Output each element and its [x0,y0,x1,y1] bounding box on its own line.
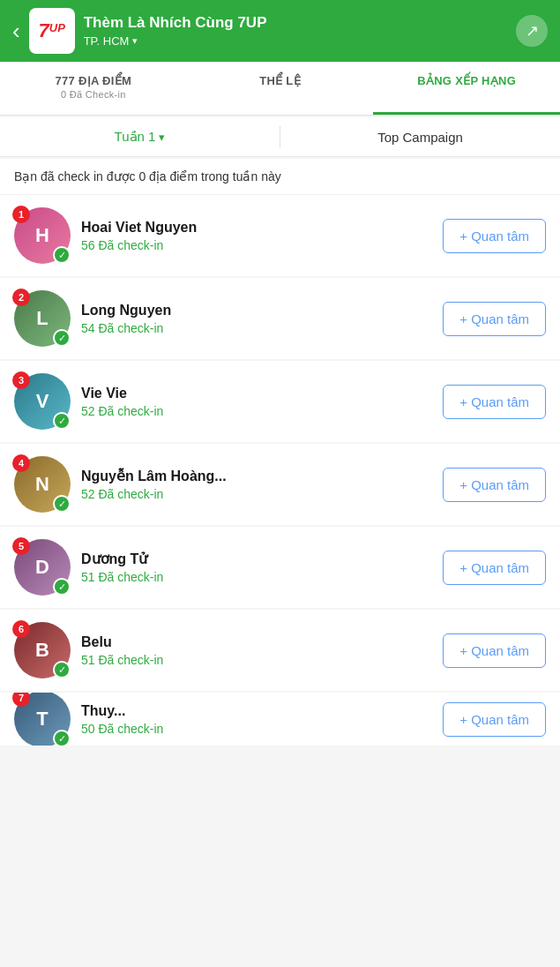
user-info: Vie Vie 52 Đã check-in [81,386,432,418]
follow-button[interactable]: + Quan tâm [443,219,546,253]
notice-bar: Bạn đã check in được 0 địa điểm trong tu… [0,159,560,195]
rank-badge: 4 [12,454,30,472]
leaderboard-item: 2 L ✓ Long Nguyen 54 Đã check-in + Quan … [0,278,560,359]
checkin-count: 56 Đã check-in [81,238,432,252]
rank-badge: 1 [12,206,30,223]
user-info: Nguyễn Lâm Hoàng... 52 Đã check-in [81,468,432,501]
verified-icon: ✓ [53,661,71,678]
user-name: Vie Vie [81,386,432,401]
follow-button[interactable]: + Quan tâm [443,385,546,419]
sub-tab-top-campaign-label: Top Campaign [377,130,463,145]
rank-avatar-wrap: 3 V ✓ [14,373,71,430]
leaderboard-item: 3 V ✓ Vie Vie 52 Đã check-in + Quan tâm [0,361,560,442]
rank-avatar-wrap: 4 N ✓ [14,456,71,513]
checkin-count: 51 Đã check-in [81,570,432,584]
rank-avatar-wrap: 1 H ✓ [14,207,71,264]
user-info: Thuy... 50 Đã check-in [81,703,432,736]
leaderboard-item: 1 H ✓ Hoai Viet Nguyen 56 Đã check-in + … [0,195,560,276]
avatar-initials: V [36,390,49,413]
rank-badge: 6 [12,620,30,638]
verified-icon: ✓ [53,246,71,264]
user-name: Nguyễn Lâm Hoàng... [81,468,432,484]
leaderboard-item: 7 T ✓ Thuy... 50 Đã check-in + Quan tâm [0,693,560,746]
chevron-down-icon: ▾ [159,131,165,144]
sub-tab-week1[interactable]: Tuần 1 ▾ [0,117,280,156]
sub-tab-top-campaign[interactable]: Top Campaign [280,117,560,156]
user-name: Hoai Viet Nguyen [81,220,432,236]
follow-button[interactable]: + Quan tâm [443,551,546,585]
share-button[interactable]: ↗ [516,15,548,47]
follow-button[interactable]: + Quan tâm [443,633,546,668]
notice-text: Bạn đã check in được 0 địa điểm trong tu… [14,169,281,184]
tab-leaderboard-label: BẢNG XẾP HẠNG [417,74,516,87]
avatar-initials: L [36,307,48,330]
rank-avatar-wrap: 7 T ✓ [14,693,71,746]
user-info: Long Nguyen 54 Đã check-in [81,303,432,335]
checkin-count: 54 Đã check-in [81,321,432,335]
avatar-initials: T [36,708,48,731]
location-selector[interactable]: TP. HCM ▾ [84,34,516,48]
tab-locations-sublabel: 0 Đã Check-in [7,89,180,100]
tab-rules-label: THỂ LỆ [259,74,301,87]
leaderboard-list: 1 H ✓ Hoai Viet Nguyen 56 Đã check-in + … [0,195,560,746]
chevron-down-icon: ▾ [132,35,138,47]
app-header: ‹ 7UP Thèm Là Nhích Cùng 7UP TP. HCM ▾ ↗ [0,0,560,62]
leaderboard-item: 6 B ✓ Belu 51 Đã check-in + Quan tâm [0,610,560,691]
location-text: TP. HCM [84,34,130,48]
user-info: Hoai Viet Nguyen 56 Đã check-in [81,220,432,252]
verified-icon: ✓ [53,730,71,746]
user-name: Belu [81,634,432,650]
sub-tabs-bar: Tuần 1 ▾ Top Campaign [0,117,560,157]
follow-button[interactable]: + Quan tâm [443,302,546,336]
campaign-title: Thèm Là Nhích Cùng 7UP [84,14,516,32]
rank-avatar-wrap: 5 D ✓ [14,539,71,596]
leaderboard-item: 5 D ✓ Dương Tử 51 Đã check-in + Quan tâm [0,527,560,608]
user-info: Dương Tử 51 Đã check-in [81,551,432,584]
checkin-count: 50 Đã check-in [81,722,432,736]
rank-badge: 3 [12,371,30,389]
brand-logo: 7UP [29,8,75,54]
avatar-initials: B [35,639,49,662]
verified-icon: ✓ [53,329,71,347]
rank-avatar-wrap: 2 L ✓ [14,290,71,347]
verified-icon: ✓ [53,578,71,596]
tab-leaderboard[interactable]: BẢNG XẾP HẠNG [373,62,560,115]
avatar-initials: N [35,473,49,496]
checkin-count: 52 Đã check-in [81,404,432,418]
main-tabs: 777 ĐỊA ĐIỂM 0 Đã Check-in THỂ LỆ BẢNG X… [0,62,560,116]
rank-badge: 5 [12,537,30,555]
avatar-initials: H [35,224,49,247]
rank-badge: 2 [12,289,30,306]
tab-locations[interactable]: 777 ĐỊA ĐIỂM 0 Đã Check-in [0,62,187,115]
checkin-count: 52 Đã check-in [81,487,432,501]
follow-button[interactable]: + Quan tâm [443,702,546,737]
tab-rules[interactable]: THỂ LỆ [187,62,374,115]
header-title-block: Thèm Là Nhích Cùng 7UP TP. HCM ▾ [84,14,516,47]
leaderboard-item: 4 N ✓ Nguyễn Lâm Hoàng... 52 Đã check-in… [0,444,560,525]
verified-icon: ✓ [53,495,71,513]
checkin-count: 51 Đã check-in [81,653,432,667]
user-info: Belu 51 Đã check-in [81,634,432,667]
rank-avatar-wrap: 6 B ✓ [14,622,71,678]
sub-tab-week1-label: Tuần 1 [115,129,156,145]
follow-button[interactable]: + Quan tâm [443,468,546,502]
tab-locations-label: 777 ĐỊA ĐIỂM [7,74,180,87]
avatar-initials: D [35,556,49,579]
verified-icon: ✓ [53,412,71,430]
share-icon: ↗ [526,21,539,41]
user-name: Thuy... [81,703,432,719]
user-name: Dương Tử [81,551,432,567]
back-button[interactable]: ‹ [12,19,20,42]
user-name: Long Nguyen [81,303,432,319]
